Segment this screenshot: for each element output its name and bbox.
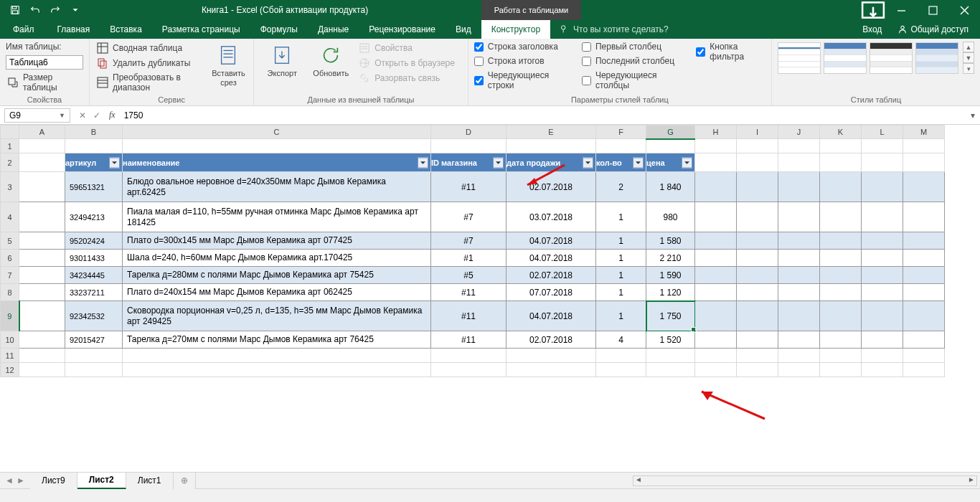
col-header[interactable]: K — [820, 126, 862, 139]
table-header-cell[interactable]: наименование — [123, 153, 431, 172]
horizontal-scrollbar[interactable] — [196, 475, 980, 486]
cell-art[interactable]: 93011433 — [65, 250, 123, 267]
tab-file[interactable]: Файл — [0, 20, 47, 39]
cell-store[interactable]: #5 — [431, 267, 507, 284]
row-header[interactable]: 12 — [1, 363, 19, 377]
cell-date[interactable]: 04.07.2018 — [507, 301, 596, 331]
refresh-button[interactable]: Обновить — [308, 42, 353, 81]
cell-qty[interactable]: 1 — [596, 284, 646, 301]
ribbon-display-options-icon[interactable] — [861, 0, 885, 20]
tab-formulas[interactable]: Формулы — [250, 20, 308, 39]
row-header[interactable]: 4 — [1, 202, 19, 232]
tab-data[interactable]: Данные — [308, 20, 359, 39]
col-header[interactable]: B — [65, 126, 123, 139]
chk-filter-button[interactable]: Кнопка фильтра — [696, 42, 765, 62]
cell-store[interactable]: #1 — [431, 250, 507, 267]
cell-art[interactable]: 95202424 — [65, 232, 123, 250]
sheet-nav[interactable]: ◄► — [0, 475, 30, 486]
filter-dropdown-icon[interactable] — [493, 157, 504, 168]
pivot-button[interactable]: Сводная таблица — [95, 42, 204, 55]
cell-qty[interactable]: 2 — [596, 172, 646, 202]
row-header[interactable]: 2 — [1, 153, 19, 172]
cell-store[interactable]: #7 — [431, 232, 507, 250]
cell-name[interactable]: Тарелка д=270мм с полями Марс Дымов Кера… — [123, 331, 431, 349]
cell-qty[interactable]: 1 — [596, 250, 646, 267]
gallery-scroll[interactable]: ▲▼▾ — [963, 42, 974, 74]
minimize-button[interactable] — [885, 0, 917, 20]
save-icon[interactable] — [6, 1, 24, 19]
table-header-cell[interactable]: артикул — [65, 153, 123, 172]
row-header[interactable]: 7 — [1, 267, 19, 284]
cell-name[interactable]: Блюдо овальное неровное d=240х350мм Марс… — [123, 172, 431, 202]
filter-dropdown-icon[interactable] — [633, 157, 644, 168]
cell-date[interactable]: 03.07.2018 — [507, 202, 596, 232]
remove-duplicates-button[interactable]: Удалить дубликаты — [95, 57, 204, 70]
table-name-input[interactable] — [6, 55, 83, 70]
cell-store[interactable]: #11 — [431, 284, 507, 301]
formula-input[interactable] — [120, 108, 966, 123]
cell-date[interactable]: 07.07.2018 — [507, 284, 596, 301]
col-header[interactable]: F — [596, 126, 646, 139]
cell-art[interactable]: 33237211 — [65, 284, 123, 301]
row-header[interactable]: 1 — [1, 139, 19, 153]
col-header[interactable]: E — [507, 126, 596, 139]
cell-store[interactable]: #11 — [431, 301, 507, 331]
cell-price[interactable]: 2 210 — [646, 250, 695, 267]
chk-first-column[interactable]: Первый столбец — [582, 42, 680, 52]
filter-dropdown-icon[interactable] — [682, 157, 692, 168]
filter-dropdown-icon[interactable] — [418, 157, 428, 168]
cell-date[interactable]: 02.07.2018 — [507, 267, 596, 284]
chk-header-row[interactable]: Строка заголовка — [474, 42, 566, 52]
tab-insert[interactable]: Вставка — [100, 20, 152, 39]
cell-price[interactable]: 1 520 — [646, 331, 695, 349]
cell-store[interactable]: #11 — [431, 331, 507, 349]
col-header[interactable]: A — [19, 126, 65, 139]
col-header[interactable]: H — [695, 126, 737, 139]
tab-home[interactable]: Главная — [47, 20, 100, 39]
cell-name[interactable]: Сковородка порционная v=0,25 л, d=135, h… — [123, 301, 431, 331]
row-header[interactable]: 5 — [1, 232, 19, 250]
cell-name[interactable]: Плато d=240х154 мм Марс Дымов Керамика а… — [123, 284, 431, 301]
cell-qty[interactable]: 1 — [596, 202, 646, 232]
cell-price[interactable]: 1 840 — [646, 172, 695, 202]
cell-name[interactable]: Тарелка д=280мм с полями Марс Дымов Кера… — [123, 267, 431, 284]
maximize-button[interactable] — [917, 0, 948, 20]
cell-qty[interactable]: 1 — [596, 267, 646, 284]
cell-price[interactable]: 1 750 — [646, 301, 695, 331]
row-header[interactable]: 9 — [1, 301, 19, 331]
cell-price[interactable]: 1 120 — [646, 284, 695, 301]
row-header[interactable]: 11 — [1, 349, 19, 363]
share-button[interactable]: Общий доступ — [892, 24, 974, 34]
sheet-tab[interactable]: Лист9 — [30, 473, 77, 489]
cell-name[interactable]: Пиала малая d=110, h=55мм ручная отминка… — [123, 202, 431, 232]
cell-art[interactable]: 92342532 — [65, 301, 123, 331]
tab-page-layout[interactable]: Разметка страницы — [152, 20, 250, 39]
new-sheet-button[interactable]: ⊕ — [174, 473, 196, 489]
cell-store[interactable]: #11 — [431, 172, 507, 202]
worksheet-grid[interactable]: A B C D E F G H I J K L M 12артикулнаиме… — [0, 125, 980, 472]
qat-customize-icon[interactable] — [66, 1, 85, 19]
col-header[interactable]: L — [862, 126, 903, 139]
chk-banded-rows[interactable]: Чередующиеся строки — [474, 70, 566, 90]
cell-date[interactable]: 04.07.2018 — [507, 232, 596, 250]
filter-dropdown-icon[interactable] — [109, 157, 120, 168]
cell-date[interactable]: 04.07.2018 — [507, 250, 596, 267]
expand-formula-bar-icon[interactable]: ▾ — [966, 110, 980, 120]
table-header-cell[interactable]: дата продажи — [507, 153, 596, 172]
col-header[interactable]: G — [646, 126, 695, 139]
col-header[interactable]: J — [778, 126, 820, 139]
tab-review[interactable]: Рецензирование — [359, 20, 446, 39]
table-styles-gallery[interactable]: ▲▼▾ — [778, 42, 974, 74]
cell-price[interactable]: 980 — [646, 202, 695, 232]
col-header[interactable]: M — [903, 126, 945, 139]
cell-qty[interactable]: 1 — [596, 232, 646, 250]
cell-art[interactable]: 59651321 — [65, 172, 123, 202]
accept-formula-icon[interactable]: ✓ — [90, 110, 103, 120]
cell-art[interactable]: 92015427 — [65, 331, 123, 349]
cell-qty[interactable]: 1 — [596, 301, 646, 331]
row-header[interactable]: 8 — [1, 284, 19, 301]
table-header-cell[interactable]: ID магазина — [431, 153, 507, 172]
row-header[interactable]: 6 — [1, 250, 19, 267]
insert-slicer-button[interactable]: Вставить срез — [209, 42, 248, 90]
cell-qty[interactable]: 4 — [596, 331, 646, 349]
